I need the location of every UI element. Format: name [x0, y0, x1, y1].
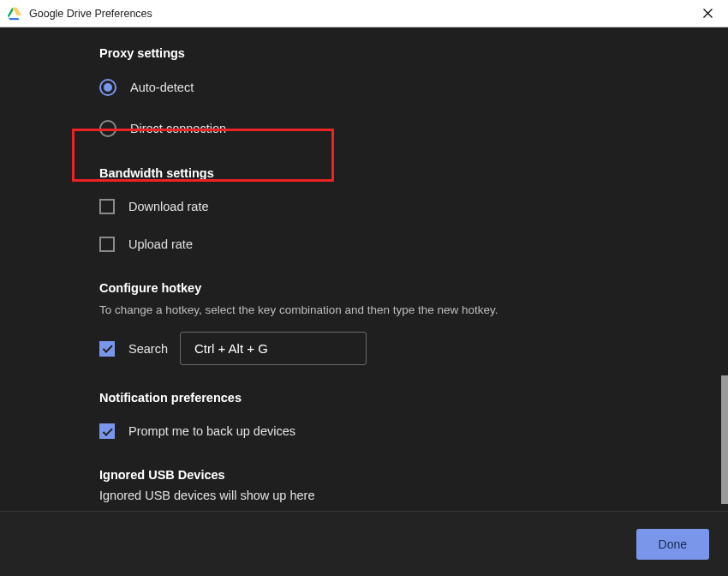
ignored-usb-body: Ignored USB devices will show up here — [99, 489, 728, 502]
radio-icon[interactable] — [99, 79, 116, 96]
notification-preferences-heading: Notification preferences — [99, 391, 728, 405]
proxy-direct-connection-row[interactable]: Direct connection — [99, 105, 728, 153]
proxy-auto-detect-row[interactable]: Auto-detect — [99, 74, 728, 101]
proxy-direct-connection-label: Direct connection — [130, 122, 226, 135]
close-button[interactable] — [694, 0, 721, 27]
footer: Done — [0, 511, 728, 576]
checkbox-icon[interactable] — [99, 341, 115, 357]
close-icon — [703, 9, 713, 18]
download-rate-row[interactable]: Download rate — [99, 194, 728, 219]
proxy-auto-detect-label: Auto-detect — [130, 81, 194, 94]
checkbox-icon[interactable] — [99, 423, 115, 439]
ignored-usb-heading: Ignored USB Devices — [99, 468, 728, 482]
content-area: Proxy settings Auto-detect Direct connec… — [0, 27, 728, 511]
search-hotkey-label: Search — [128, 342, 168, 356]
search-hotkey-row: Search Ctrl + Alt + G — [99, 332, 728, 365]
scrollbar[interactable] — [721, 375, 728, 504]
hotkey-help-text: To change a hotkey, select the key combi… — [99, 303, 728, 316]
checkbox-icon[interactable] — [99, 237, 115, 252]
prompt-backup-row[interactable]: Prompt me to back up devices — [99, 418, 728, 444]
google-drive-icon — [7, 6, 22, 21]
bandwidth-settings-heading: Bandwidth settings — [99, 166, 728, 180]
upload-rate-label: Upload rate — [128, 237, 193, 251]
radio-icon[interactable] — [99, 120, 116, 137]
window-title: Google Drive Preferences — [29, 8, 152, 20]
titlebar: Google Drive Preferences — [0, 0, 728, 27]
checkbox-icon[interactable] — [99, 199, 115, 214]
configure-hotkey-heading: Configure hotkey — [99, 281, 728, 295]
prompt-backup-label: Prompt me to back up devices — [128, 424, 295, 438]
done-button[interactable]: Done — [636, 529, 709, 560]
proxy-settings-heading: Proxy settings — [99, 46, 728, 60]
download-rate-label: Download rate — [128, 200, 209, 213]
search-hotkey-input[interactable]: Ctrl + Alt + G — [180, 332, 367, 365]
upload-rate-row[interactable]: Upload rate — [99, 231, 728, 257]
